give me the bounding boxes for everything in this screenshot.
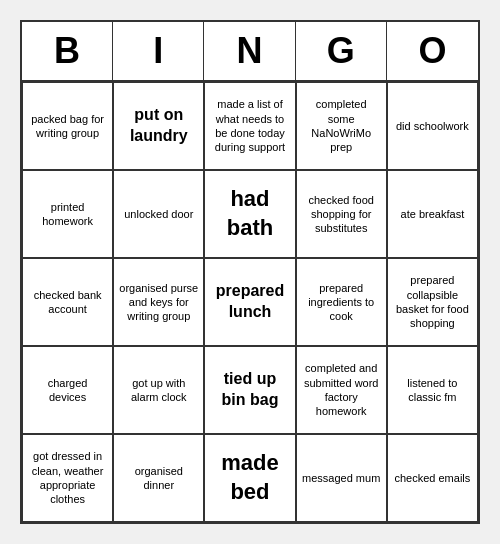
bingo-cell[interactable]: completed and submitted word factory hom… [296, 346, 387, 434]
bingo-cell[interactable]: had bath [204, 170, 295, 258]
bingo-cell[interactable]: printed homework [22, 170, 113, 258]
bingo-cell[interactable]: packed bag for writing group [22, 82, 113, 170]
bingo-letter: O [387, 22, 478, 80]
bingo-cell[interactable]: prepared ingredients to cook [296, 258, 387, 346]
bingo-cell[interactable]: did schoolwork [387, 82, 478, 170]
bingo-cell[interactable]: prepared collapsible basket for food sho… [387, 258, 478, 346]
bingo-cell[interactable]: completed some NaNoWriMo prep [296, 82, 387, 170]
bingo-cell[interactable]: tied up bin bag [204, 346, 295, 434]
bingo-letter: N [204, 22, 295, 80]
bingo-letter: B [22, 22, 113, 80]
bingo-header: BINGO [22, 22, 478, 82]
bingo-cell[interactable]: got up with alarm clock [113, 346, 204, 434]
bingo-cell[interactable]: prepared lunch [204, 258, 295, 346]
bingo-cell[interactable]: checked food shopping for substitutes [296, 170, 387, 258]
bingo-cell[interactable]: listened to classic fm [387, 346, 478, 434]
bingo-cell[interactable]: charged devices [22, 346, 113, 434]
bingo-card: BINGO packed bag for writing groupput on… [20, 20, 480, 524]
bingo-cell[interactable]: checked emails [387, 434, 478, 522]
bingo-letter: G [296, 22, 387, 80]
bingo-cell[interactable]: ate breakfast [387, 170, 478, 258]
bingo-cell[interactable]: organised dinner [113, 434, 204, 522]
bingo-cell[interactable]: unlocked door [113, 170, 204, 258]
bingo-cell[interactable]: made bed [204, 434, 295, 522]
bingo-letter: I [113, 22, 204, 80]
bingo-cell[interactable]: checked bank account [22, 258, 113, 346]
bingo-cell[interactable]: organised purse and keys for writing gro… [113, 258, 204, 346]
bingo-grid: packed bag for writing groupput on laund… [22, 82, 478, 522]
bingo-cell[interactable]: made a list of what needs to be done tod… [204, 82, 295, 170]
bingo-cell[interactable]: messaged mum [296, 434, 387, 522]
bingo-cell[interactable]: got dressed in clean, weather appropriat… [22, 434, 113, 522]
bingo-cell[interactable]: put on laundry [113, 82, 204, 170]
